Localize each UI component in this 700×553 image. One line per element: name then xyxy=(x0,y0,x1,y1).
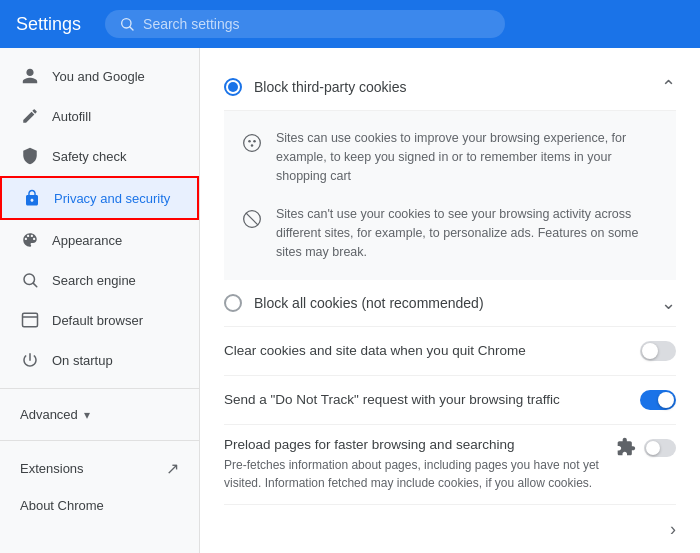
sidebar-item-privacy-and-security[interactable]: Privacy and security xyxy=(0,176,199,220)
do-not-track-label: Send a "Do Not Track" request with your … xyxy=(224,392,640,407)
sidebar-divider-1 xyxy=(0,388,199,389)
radio-button-filled[interactable] xyxy=(224,78,242,96)
cookie-option-block-all[interactable]: Block all cookies (not recommended) ⌄ xyxy=(224,280,676,327)
header: Settings xyxy=(0,0,700,48)
sidebar-item-on-startup-label: On startup xyxy=(52,353,113,368)
see-all-cookies-row[interactable]: › xyxy=(224,505,676,554)
app-title: Settings xyxy=(16,14,81,35)
sidebar-divider-2 xyxy=(0,440,199,441)
clear-cookies-toggle-row: Clear cookies and site data when you qui… xyxy=(224,327,676,376)
main-content: Block third-party cookies ⌃ Sites can us… xyxy=(200,48,700,553)
chevron-right-icon: › xyxy=(670,519,676,540)
sidebar-item-autofill-label: Autofill xyxy=(52,109,91,124)
preload-text-container: Preload pages for faster browsing and se… xyxy=(224,437,604,492)
svg-point-6 xyxy=(244,135,261,152)
svg-point-8 xyxy=(253,140,256,143)
cookie-allow-icon xyxy=(240,131,264,155)
toggle-thumb-on xyxy=(658,392,674,408)
sidebar-item-privacy-label: Privacy and security xyxy=(54,191,170,206)
chevron-down-icon[interactable]: ⌄ xyxy=(661,292,676,314)
sidebar-item-appearance-label: Appearance xyxy=(52,233,122,248)
sidebar-item-on-startup[interactable]: On startup xyxy=(0,340,199,380)
sidebar-item-appearance[interactable]: Appearance xyxy=(0,220,199,260)
cookie-option-block-all-label: Block all cookies (not recommended) xyxy=(254,295,661,311)
external-link-icon: ↗ xyxy=(166,459,179,478)
sidebar-item-safety-check[interactable]: Safety check xyxy=(0,136,199,176)
sidebar-item-you-and-google[interactable]: You and Google xyxy=(0,56,199,96)
svg-point-9 xyxy=(251,144,254,147)
sidebar-item-about-chrome[interactable]: About Chrome xyxy=(0,488,199,523)
edit-icon xyxy=(20,106,40,126)
sub-option-1-text: Sites can use cookies to improve your br… xyxy=(276,129,660,185)
preload-toggle[interactable] xyxy=(644,439,676,457)
cookie-block-icon xyxy=(240,207,264,231)
shield-icon xyxy=(20,146,40,166)
chevron-up-icon[interactable]: ⌃ xyxy=(661,76,676,98)
person-icon xyxy=(20,66,40,86)
chevron-down-icon: ▾ xyxy=(84,408,90,422)
power-icon xyxy=(20,350,40,370)
sidebar: You and Google Autofill Safety check Pri… xyxy=(0,48,200,553)
sidebar-about-label: About Chrome xyxy=(20,498,104,513)
preload-row: Preload pages for faster browsing and se… xyxy=(224,425,676,505)
cookie-option-block-third-party[interactable]: Block third-party cookies ⌃ xyxy=(224,64,676,111)
svg-point-7 xyxy=(248,140,251,143)
sub-option-1: Sites can use cookies to improve your br… xyxy=(240,119,660,195)
sidebar-item-extensions[interactable]: Extensions ↗ xyxy=(0,449,199,488)
sidebar-item-safety-check-label: Safety check xyxy=(52,149,126,164)
sub-option-2-text: Sites can't use your cookies to see your… xyxy=(276,205,660,261)
preload-description: Pre-fetches information about pages, inc… xyxy=(224,456,604,492)
browser-icon xyxy=(20,310,40,330)
appearance-icon xyxy=(20,230,40,250)
sidebar-extensions-label: Extensions xyxy=(20,461,84,476)
preload-title: Preload pages for faster browsing and se… xyxy=(224,437,604,452)
search-icon xyxy=(119,16,135,32)
sidebar-advanced-label: Advanced xyxy=(20,407,78,422)
svg-line-1 xyxy=(130,27,133,30)
preload-toggle-thumb xyxy=(646,441,660,455)
radio-button-empty[interactable] xyxy=(224,294,242,312)
svg-line-3 xyxy=(33,283,36,286)
main-layout: You and Google Autofill Safety check Pri… xyxy=(0,48,700,553)
search-input[interactable] xyxy=(143,16,491,32)
preload-icons xyxy=(616,437,676,460)
sidebar-advanced[interactable]: Advanced ▾ xyxy=(0,397,199,432)
sidebar-item-autofill[interactable]: Autofill xyxy=(0,96,199,136)
sidebar-item-you-and-google-label: You and Google xyxy=(52,69,145,84)
clear-cookies-label: Clear cookies and site data when you qui… xyxy=(224,343,640,358)
sub-option-2: Sites can't use your cookies to see your… xyxy=(240,195,660,271)
svg-rect-4 xyxy=(23,313,38,327)
sidebar-item-search-engine[interactable]: Search engine xyxy=(0,260,199,300)
puzzle-icon xyxy=(616,437,636,460)
lock-icon xyxy=(22,188,42,208)
clear-cookies-toggle[interactable] xyxy=(640,341,676,361)
sub-options-container: Sites can use cookies to improve your br… xyxy=(224,111,676,280)
svg-line-11 xyxy=(246,213,258,225)
search-engine-icon xyxy=(20,270,40,290)
do-not-track-toggle[interactable] xyxy=(640,390,676,410)
search-bar[interactable] xyxy=(105,10,505,38)
toggle-thumb xyxy=(642,343,658,359)
sidebar-item-default-browser[interactable]: Default browser xyxy=(0,300,199,340)
sidebar-item-default-browser-label: Default browser xyxy=(52,313,143,328)
cookie-option-block-third-party-label: Block third-party cookies xyxy=(254,79,661,95)
sidebar-item-search-engine-label: Search engine xyxy=(52,273,136,288)
do-not-track-toggle-row: Send a "Do Not Track" request with your … xyxy=(224,376,676,425)
